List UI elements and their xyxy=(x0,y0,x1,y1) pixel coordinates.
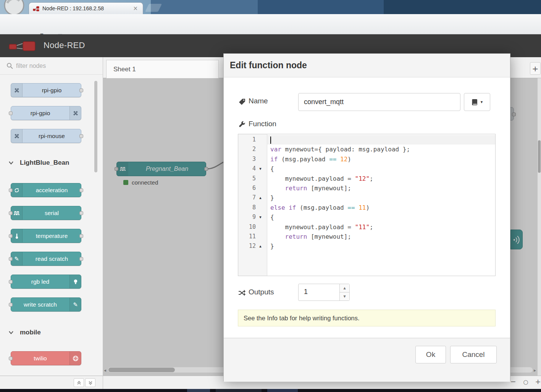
dialog-header: Edit function node xyxy=(224,54,510,77)
palette-node-label: write scratch xyxy=(11,298,69,311)
code-line[interactable]: 7▴} xyxy=(238,193,495,202)
palette-node-write-scratch[interactable]: write scratch ✎ xyxy=(11,297,81,312)
serial-icon xyxy=(11,206,23,220)
horizontal-scrollbar-thumb[interactable] xyxy=(108,368,175,372)
palette-node-label: rgb led xyxy=(11,275,69,288)
code-line[interactable]: 12▴} xyxy=(238,241,495,251)
code-text: else if (msg.payload == 11) xyxy=(267,203,495,212)
name-input[interactable] xyxy=(298,93,460,111)
outputs-spinner[interactable]: 1 ▲ ▼ xyxy=(298,284,350,301)
background-window xyxy=(258,0,384,14)
palette-node-rpi-gpio-out[interactable]: rpi-gpio xyxy=(11,106,81,120)
add-tab-button[interactable]: + xyxy=(530,62,541,75)
output-port[interactable] xyxy=(79,257,83,261)
output-port[interactable] xyxy=(79,188,83,192)
line-number: 2 xyxy=(238,145,256,154)
palette-search[interactable] xyxy=(0,57,103,75)
cancel-button[interactable]: Cancel xyxy=(450,346,497,363)
code-line[interactable]: 4▾{ xyxy=(238,164,495,174)
fold-open-icon[interactable]: ▾ xyxy=(256,164,265,174)
shuffle-icon xyxy=(238,289,246,297)
spinner-down-icon[interactable]: ▼ xyxy=(340,292,349,301)
code-text: if (msg.payload == 12) xyxy=(267,154,495,164)
tab-close-icon[interactable]: × xyxy=(132,5,139,12)
output-port[interactable] xyxy=(79,234,83,238)
code-editor[interactable]: 12var mynewout={ payload: msg.payload };… xyxy=(238,134,496,276)
palette-section-mobile[interactable]: mobile xyxy=(0,324,94,341)
vertical-scrollbar-thumb[interactable] xyxy=(538,140,541,173)
code-line[interactable]: 6 return [mynewout]; xyxy=(238,183,495,193)
code-line[interactable]: 3if (msg.payload == 12) xyxy=(238,154,495,164)
scroll-left-icon[interactable]: ◂ xyxy=(104,368,106,373)
info-message: See the Info tab for help writing functi… xyxy=(238,310,496,326)
code-line[interactable]: 5 mynewout.payload = "12"; xyxy=(238,174,495,183)
search-input[interactable] xyxy=(16,61,92,71)
code-line[interactable]: 11 return [mynewout]; xyxy=(238,232,495,241)
palette-node-rpi-gpio-in[interactable]: rpi-gpio xyxy=(11,83,81,97)
palette-node-label: read scratch xyxy=(23,252,81,265)
palette-node-temperature[interactable]: temperature xyxy=(11,229,81,243)
line-number: 5 xyxy=(238,174,256,183)
collapse-all-button[interactable] xyxy=(74,378,84,387)
output-port[interactable] xyxy=(79,134,83,138)
chevron-down-icon xyxy=(7,328,15,337)
output-port[interactable] xyxy=(79,211,83,215)
code-line[interactable]: 2var mynewout={ payload: msg.payload }; xyxy=(238,145,495,154)
browser-tab[interactable]: Node-RED : 192.168.2.58 × xyxy=(29,2,143,14)
line-number: 11 xyxy=(238,232,256,241)
code-line[interactable]: 10 mynewout.payload = "11"; xyxy=(238,222,495,232)
line-number: 8 xyxy=(238,203,256,212)
palette-footer xyxy=(0,376,103,389)
fold-close-icon[interactable]: ▴ xyxy=(256,193,265,202)
zoom-in-button[interactable]: + xyxy=(533,378,541,386)
palette-node-read-scratch[interactable]: ✎ read scratch xyxy=(11,252,81,266)
caret-down-icon: ▾ xyxy=(481,100,483,104)
app-title: Node-RED xyxy=(44,40,85,50)
double-chevron-up-icon xyxy=(76,380,82,386)
palette-section-lightblue-bean[interactable]: LightBlue_Bean xyxy=(0,154,94,171)
palette-scrollbar[interactable] xyxy=(94,81,97,172)
thermometer-icon xyxy=(11,229,23,243)
code-text: } xyxy=(267,193,495,202)
zoom-reset-button[interactable]: ○ xyxy=(521,379,530,386)
code-text: return [mynewout]; xyxy=(267,232,495,241)
palette-node-serial[interactable]: serial xyxy=(11,206,81,220)
code-text xyxy=(267,135,495,145)
taskbar xyxy=(0,389,541,392)
outputs-value: 1 xyxy=(304,288,308,296)
node-red-favicon xyxy=(33,5,39,12)
ok-button[interactable]: Ok xyxy=(415,346,446,363)
tag-icon xyxy=(238,98,246,106)
code-text: } xyxy=(267,241,495,251)
vertical-scrollbar[interactable] xyxy=(538,78,541,376)
palette-node-label: temperature xyxy=(23,229,81,243)
sheet-tab-label: Sheet 1 xyxy=(113,66,136,73)
line-number: 6 xyxy=(238,183,256,193)
palette-node-twilio[interactable]: twilio xyxy=(11,351,81,365)
book-icon xyxy=(472,99,478,106)
code-line[interactable]: 1 xyxy=(238,135,495,145)
palette-node-acceleration[interactable]: acceleration xyxy=(11,183,81,197)
tab-sheet1[interactable]: Sheet 1 xyxy=(106,60,219,78)
browser-toolbar: ← → ↻ 192.168.2.58:1880/# xyxy=(0,14,541,34)
code-text: mynewout.payload = "11"; xyxy=(267,222,495,232)
raspberry-icon xyxy=(11,84,23,97)
twilio-icon xyxy=(69,352,81,365)
acceleration-icon xyxy=(11,183,23,197)
palette-node-label: rpi-gpio xyxy=(11,106,69,120)
code-line[interactable]: 9▾{ xyxy=(238,212,495,222)
palette-node-rgb-led[interactable]: rgb led xyxy=(11,275,81,289)
code-line[interactable]: 8else if (msg.payload == 11) xyxy=(238,203,495,212)
palette-node-rpi-mouse[interactable]: rpi-mouse xyxy=(11,129,81,143)
output-port[interactable] xyxy=(79,88,83,92)
scroll-right-icon[interactable]: ▸ xyxy=(534,368,536,373)
fold-close-icon[interactable]: ▴ xyxy=(256,241,265,251)
palette-node-label: serial xyxy=(23,206,81,220)
raspberry-icon xyxy=(69,106,81,120)
expand-all-button[interactable] xyxy=(85,378,95,387)
spinner-up-icon[interactable]: ▲ xyxy=(340,284,349,292)
tab-title: Node-RED : 192.168.2.58 xyxy=(42,5,132,11)
palette-node-label: rpi-gpio xyxy=(23,84,81,97)
library-button[interactable]: ▾ xyxy=(464,93,490,111)
fold-open-icon[interactable]: ▾ xyxy=(256,212,265,222)
